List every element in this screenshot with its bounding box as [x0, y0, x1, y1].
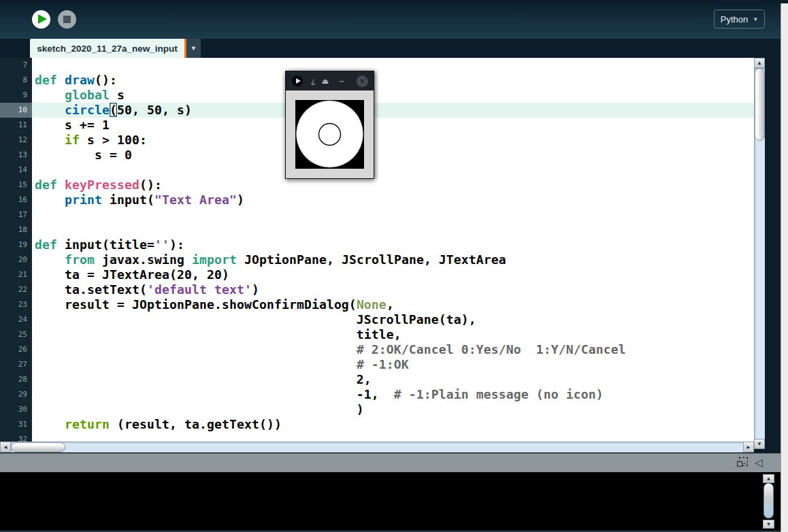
play-icon: [38, 14, 47, 24]
line-number: 12: [0, 133, 32, 148]
tab-dropdown-button[interactable]: ▼: [184, 39, 201, 58]
code-line[interactable]: def draw():: [32, 73, 754, 88]
line-number: 20: [0, 252, 32, 267]
code-line[interactable]: s = 0: [32, 148, 754, 163]
code-token: 50, 50, s): [117, 103, 192, 117]
code-line[interactable]: s += 1: [32, 118, 754, 133]
arrow-left-icon: ◄: [3, 444, 8, 450]
scrollbar-track[interactable]: [10, 442, 744, 452]
sketch-output-window[interactable]: ¿ ⏏ − ✕: [285, 71, 374, 179]
scrollbar-thumb[interactable]: [755, 68, 765, 141]
code-line[interactable]: ta.setText('default text'): [32, 282, 754, 297]
code-line[interactable]: title,: [32, 327, 754, 342]
code-line[interactable]: # 2:OK/Cancel 0:Yes/No 1:Y/N/Cancel: [32, 342, 754, 357]
code-token: [35, 103, 65, 117]
code-token: keyPressed: [65, 178, 139, 192]
code-token: result = JOptionPane.showConfirmDialog(: [35, 297, 357, 312]
code-line[interactable]: def input(title=''):: [32, 237, 754, 252]
scrollbar-thumb[interactable]: [11, 442, 65, 452]
code-token: import: [192, 252, 237, 267]
line-number: 21: [0, 267, 32, 282]
code-token: [35, 342, 357, 356]
arrow-down-icon: ▼: [766, 521, 772, 527]
code-line[interactable]: print input("Text Area"): [32, 193, 754, 207]
scroll-left-button[interactable]: ◄: [0, 442, 11, 452]
code-line[interactable]: JScrollPane(ta),: [32, 312, 754, 327]
inner-circle: [319, 124, 341, 146]
code-token: if: [65, 133, 80, 147]
code-line[interactable]: [32, 432, 754, 442]
line-number: 19: [0, 237, 32, 252]
line-number: 13: [0, 148, 32, 163]
line-number: 24: [0, 312, 32, 327]
code-token: [57, 178, 65, 192]
code-token: [35, 193, 65, 207]
scroll-right-button[interactable]: ►: [743, 442, 754, 452]
scroll-up-button[interactable]: ▲: [763, 474, 774, 483]
chevron-down-icon: ▼: [191, 45, 197, 52]
code-line[interactable]: -1, # -1:Plain message (no icon): [32, 387, 754, 402]
collapse-panel-icon[interactable]: ◁: [755, 456, 763, 469]
line-number: 10: [0, 103, 32, 118]
code-line[interactable]: circle(50, 50, s): [32, 103, 754, 118]
code-line[interactable]: # -1:OK: [32, 357, 754, 372]
code-line[interactable]: [32, 222, 754, 237]
code-token: s > 100:: [80, 133, 147, 147]
desktop-edge-strip: [781, 3, 788, 532]
line-number: 26: [0, 342, 32, 357]
code-line[interactable]: if s > 100:: [32, 133, 754, 148]
scrollbar-thumb[interactable]: [764, 483, 774, 518]
minimize-icon[interactable]: −: [339, 76, 344, 86]
code-token: JOptionPane, JScrollPane, JTextArea: [237, 252, 506, 267]
code-line[interactable]: global s: [32, 88, 754, 103]
code-line[interactable]: def keyPressed():: [32, 178, 754, 193]
stop-button[interactable]: [58, 10, 76, 29]
arrow-down-icon: ▼: [757, 441, 762, 447]
run-button[interactable]: [32, 10, 50, 29]
code-token: ):: [169, 237, 184, 252]
code-line[interactable]: ta = JTextArea(20, 20): [32, 267, 754, 282]
window-menu-icon[interactable]: [292, 76, 303, 86]
line-number: 31: [0, 417, 32, 432]
shade-icon[interactable]: ⏏: [322, 77, 329, 86]
code-line[interactable]: result = JOptionPane.showConfirmDialog(N…: [32, 297, 754, 312]
code-token: ():: [139, 178, 162, 192]
code-token: "Text Area": [154, 193, 237, 207]
code-token: # -1:Plain message (no icon): [394, 387, 604, 401]
scroll-down-button[interactable]: ▼: [754, 439, 765, 449]
code-line[interactable]: [32, 58, 754, 73]
code-token: draw: [65, 73, 95, 87]
scroll-up-button[interactable]: ▲: [754, 58, 765, 68]
code-line[interactable]: 2,: [32, 372, 754, 387]
code-token: def: [35, 178, 57, 192]
code-text-area[interactable]: def draw(): global s circle(50, 50, s) s…: [32, 58, 754, 442]
sketch-window-titlebar[interactable]: ¿ ⏏ − ✕: [286, 71, 374, 90]
code-line[interactable]: return (result, ta.getText()): [32, 417, 754, 432]
line-number: 28: [0, 372, 32, 387]
code-token: ): [252, 282, 259, 297]
editor-vertical-scrollbar[interactable]: ▲ ▼: [754, 58, 765, 449]
code-token: (result, ta.getText()): [110, 417, 282, 431]
code-token: '': [154, 237, 169, 252]
sketch-tab[interactable]: sketch_2020_11_27a_new_input: [30, 39, 184, 58]
code-line[interactable]: from javax.swing import JOptionPane, JSc…: [32, 252, 754, 267]
arrow-right-icon: ►: [746, 444, 751, 450]
code-token: [35, 357, 357, 371]
code-line[interactable]: [32, 163, 754, 178]
code-line[interactable]: ): [32, 402, 754, 417]
toolbar: Python ▼: [0, 0, 781, 39]
code-token: ,: [387, 297, 394, 312]
code-line[interactable]: [32, 207, 754, 222]
scroll-down-button[interactable]: ▼: [763, 520, 774, 529]
line-number: 27: [0, 357, 32, 372]
close-icon[interactable]: ✕: [357, 76, 368, 87]
console-vertical-scrollbar[interactable]: ▲ ▼: [763, 474, 774, 529]
code-token: ():: [95, 73, 117, 87]
code-token: title,: [35, 327, 401, 342]
sticky-icon[interactable]: ¿: [311, 77, 316, 85]
export-console-icon[interactable]: →: [737, 457, 751, 468]
line-number: 30: [0, 402, 32, 417]
editor-horizontal-scrollbar[interactable]: ◄ ►: [0, 442, 754, 452]
code-editor[interactable]: 7891011121314151617181920212223242526272…: [0, 58, 754, 442]
mode-selector-button[interactable]: Python ▼: [714, 10, 765, 29]
